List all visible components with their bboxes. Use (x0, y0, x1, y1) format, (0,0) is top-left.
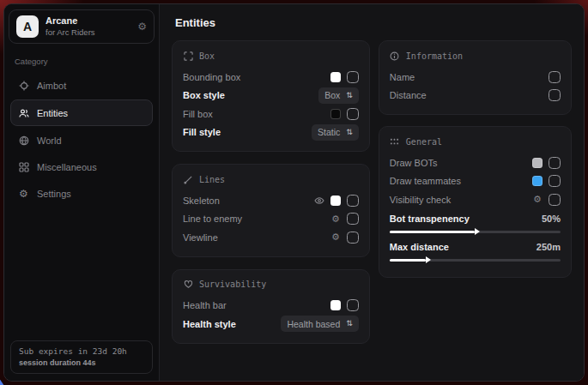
visibility-check-checkbox[interactable] (549, 194, 561, 206)
health-bar-checkbox[interactable] (347, 299, 359, 311)
settings-gear-icon[interactable]: ⚙ (137, 21, 147, 33)
row-label: Health bar (183, 300, 227, 310)
color-swatch[interactable] (330, 300, 341, 310)
sidebar-item-label: Settings (37, 189, 71, 199)
bot-transparency-slider-group: Bot transpenency 50% (390, 211, 561, 233)
app-logo: A (16, 15, 39, 38)
sidebar-item-label: Entities (37, 108, 68, 118)
row-label: Max distance (390, 242, 449, 252)
slider-value: 50% (542, 214, 561, 224)
sub-expiry-text: Sub expires in 23d 20h (19, 346, 144, 356)
panel-title: Survivability (199, 280, 266, 289)
sidebar-item-label: Aimbot (37, 81, 66, 91)
dropdown-value: Health based (287, 319, 340, 329)
row-label: Fill style (183, 127, 221, 137)
gear-icon[interactable]: ⚙ (330, 232, 341, 243)
sidebar-item-miscellaneous[interactable]: Miscellaneous (10, 154, 153, 179)
row-viewline: Viewline ⚙ (183, 228, 359, 247)
row-label: Line to enemy (183, 214, 242, 224)
crosshair-icon (18, 80, 29, 91)
row-label: Skeleton (183, 196, 220, 206)
row-label: Health style (183, 319, 236, 329)
row-label: Draw teammates (390, 176, 461, 186)
max-distance-slider[interactable] (390, 259, 561, 262)
row-health-style: Health style Health based ⇅ (183, 315, 359, 334)
app-subtitle: for Arc Riders (45, 27, 95, 38)
color-swatch[interactable] (532, 158, 543, 168)
viewline-checkbox[interactable] (347, 232, 359, 244)
row-label: Viewline (183, 232, 218, 243)
health-style-dropdown[interactable]: Health based ⇅ (281, 316, 358, 332)
gear-icon[interactable]: ⚙ (532, 195, 543, 205)
sidebar-item-aimbot[interactable]: Aimbot (10, 73, 153, 98)
logo-card: A Arcane for Arc Riders ⚙ (9, 9, 155, 44)
panel-title: Lines (199, 175, 225, 184)
box-brackets-icon (183, 51, 193, 61)
slider-fill (390, 231, 476, 233)
sidebar-item-entities[interactable]: Entities (10, 99, 153, 126)
max-distance-slider-group: Max distance 250m (390, 239, 561, 262)
bounding-box-checkbox[interactable] (347, 71, 359, 83)
dropdown-value: Static (318, 127, 340, 137)
panel-box: Box Bounding box Box style Box (172, 40, 370, 152)
panel-title: General (406, 137, 442, 147)
users-icon (18, 107, 29, 118)
info-icon (390, 51, 400, 61)
line-to-enemy-checkbox[interactable] (347, 213, 359, 225)
pencil-line-icon (183, 174, 193, 184)
row-fill-style: Fill style Static ⇅ (183, 123, 359, 142)
row-label: Distance (390, 90, 427, 100)
app-title: Arcane (45, 15, 95, 27)
color-swatch[interactable] (330, 72, 341, 82)
name-checkbox[interactable] (549, 71, 561, 83)
box-style-dropdown[interactable]: Box ⇅ (318, 87, 359, 104)
color-swatch[interactable] (330, 196, 341, 206)
row-health-bar: Health bar (183, 297, 359, 316)
draw-teammates-checkbox[interactable] (549, 175, 561, 187)
row-label: Draw BOTs (390, 158, 438, 168)
eye-icon[interactable] (314, 196, 324, 206)
gear-icon: ⚙ (18, 188, 29, 199)
panel-lines: Lines Skeleton (172, 164, 370, 257)
row-draw-teammates: Draw teammates (390, 172, 561, 191)
gear-icon[interactable]: ⚙ (330, 214, 341, 224)
category-label: Category (15, 57, 149, 66)
row-distance: Distance (390, 87, 561, 105)
sidebar-item-label: Miscellaneous (37, 162, 97, 172)
panel-general: General Draw BOTs Draw teammates (379, 126, 572, 278)
sidebar-item-label: World (37, 135, 62, 146)
row-fill-box: Fill box (183, 105, 359, 123)
fill-style-dropdown[interactable]: Static ⇅ (312, 124, 359, 141)
dropdown-value: Box (324, 90, 340, 100)
row-label: Name (390, 72, 415, 82)
row-skeleton: Skeleton (183, 191, 359, 210)
row-draw-bots: Draw BOTs (390, 153, 561, 172)
row-label: Visibility check (390, 195, 451, 205)
sidebar-item-settings[interactable]: ⚙ Settings (10, 181, 153, 206)
globe-icon (18, 135, 29, 146)
page-title: Entities (175, 16, 572, 29)
slider-fill (390, 259, 426, 262)
panel-information: Information Name Distance (379, 40, 572, 115)
sidebar-item-world[interactable]: World (10, 128, 153, 153)
row-line-to-enemy: Line to enemy ⚙ (183, 210, 359, 229)
row-label: Bounding box (183, 72, 240, 82)
updown-arrows-icon: ⇅ (346, 320, 353, 328)
session-duration-text: session duration 44s (19, 358, 144, 367)
grid-icon (18, 161, 29, 172)
subscription-info-card: Sub expires in 23d 20h session duration … (10, 340, 153, 374)
sidebar: A Arcane for Arc Riders ⚙ Category Aimbo… (4, 4, 160, 381)
distance-checkbox[interactable] (549, 89, 561, 101)
heart-icon (183, 280, 193, 290)
panel-title: Information (406, 51, 463, 61)
draw-bots-checkbox[interactable] (549, 157, 561, 169)
row-box-style: Box style Box ⇅ (183, 87, 359, 105)
row-label: Fill box (183, 109, 213, 119)
bot-transparency-slider[interactable] (390, 231, 561, 233)
row-visibility-check: Visibility check ⚙ (390, 190, 561, 209)
skeleton-checkbox[interactable] (347, 195, 359, 207)
row-label: Bot transpenency (390, 214, 470, 224)
color-swatch[interactable] (532, 176, 543, 186)
color-swatch[interactable] (330, 109, 341, 119)
fill-box-checkbox[interactable] (347, 108, 359, 120)
